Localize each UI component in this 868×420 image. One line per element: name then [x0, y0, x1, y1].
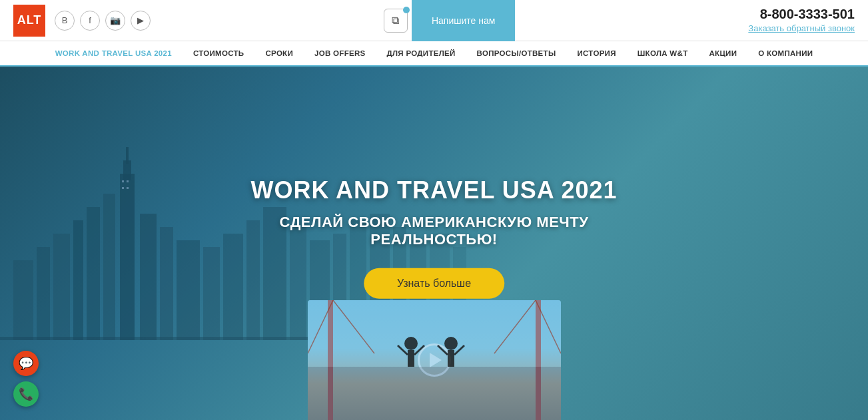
svg-rect-11	[160, 227, 173, 340]
svg-rect-4	[73, 220, 83, 340]
nav-item-history[interactable]: ИСТОРИЯ	[566, 41, 626, 66]
svg-rect-5	[87, 207, 100, 340]
bridge-scene	[308, 300, 561, 420]
svg-point-39	[444, 337, 458, 350]
svg-rect-26	[122, 180, 124, 182]
svg-rect-6	[103, 194, 115, 340]
nav-item-promo[interactable]: АКЦИИ	[698, 41, 747, 66]
callback-link[interactable]: Заказать обратный звонок	[748, 23, 855, 33]
instagram-icon[interactable]: 📷	[105, 11, 125, 31]
svg-rect-32	[308, 367, 561, 420]
hero-title: WORK AND TRAVEL USA 2021	[217, 176, 651, 204]
svg-rect-29	[127, 187, 129, 189]
phone-float-button[interactable]: 📞	[13, 381, 39, 407]
svg-rect-27	[127, 180, 129, 182]
nav-item-parents[interactable]: ДЛЯ РОДИТЕЛЕЙ	[376, 41, 466, 66]
svg-rect-31	[308, 300, 561, 367]
nav-bar: WORK AND TRAVEL USA 2021 СТОИМОСТЬ СРОКИ…	[0, 41, 868, 67]
top-bar: ALT В f 📷 ▶ ⧉ Напишите нам 8-800-3333-50…	[0, 0, 868, 41]
center-area: ⧉ Напишите нам	[384, 0, 515, 41]
svg-rect-2	[37, 247, 50, 340]
svg-rect-38	[408, 350, 414, 367]
notification-dot	[403, 7, 410, 13]
hero-subtitle: СДЕЛАЙ СВОЮ АМЕРИКАНСКУЮ МЕЧТУ РЕАЛЬНОСТ…	[217, 213, 651, 248]
nav-item-job-offers[interactable]: JOB OFFERS	[304, 41, 376, 66]
svg-rect-12	[177, 240, 200, 340]
phone-number: 8-800-3333-501	[748, 7, 855, 22]
svg-point-37	[404, 337, 418, 350]
logo-area: ALT В f 📷 ▶	[13, 5, 151, 37]
logo[interactable]: ALT	[13, 5, 45, 37]
youtube-icon[interactable]: ▶	[131, 11, 151, 31]
float-buttons: 💬 📞	[13, 351, 39, 407]
nav-item-company[interactable]: О КОМПАНИИ	[747, 41, 823, 66]
nav-item-faq[interactable]: ВОПРОСЫ/ОТВЕТЫ	[466, 41, 567, 66]
hero-content: WORK AND TRAVEL USA 2021 СДЕЛАЙ СВОЮ АМЕ…	[217, 176, 651, 298]
nav-item-dates[interactable]: СРОКИ	[254, 41, 304, 66]
nav-item-work-travel[interactable]: WORK AND TRAVEL USA 2021	[45, 41, 183, 66]
learn-more-button[interactable]: Узнать больше	[364, 268, 504, 298]
svg-rect-1	[13, 260, 33, 340]
vk-icon[interactable]: В	[55, 11, 75, 31]
hero-section: WORK AND TRAVEL USA 2021 СДЕЛАЙ СВОЮ АМЕ…	[0, 67, 868, 420]
facebook-icon[interactable]: f	[80, 11, 100, 31]
write-us-button[interactable]: Напишите нам	[412, 0, 515, 41]
svg-rect-9	[126, 147, 129, 164]
svg-rect-3	[53, 234, 70, 340]
svg-rect-28	[122, 187, 124, 189]
social-icons: В f 📷 ▶	[55, 11, 151, 31]
nav-item-school[interactable]: ШКОЛА W&T	[627, 41, 699, 66]
svg-rect-10	[140, 214, 157, 340]
video-thumbnail[interactable]	[308, 300, 561, 420]
chat-float-button[interactable]: 💬	[13, 351, 39, 376]
nav-item-cost[interactable]: СТОИМОСТЬ	[183, 41, 255, 66]
svg-rect-7	[120, 174, 135, 340]
contact-area: 8-800-3333-501 Заказать обратный звонок	[748, 7, 855, 34]
svg-rect-40	[448, 350, 454, 367]
